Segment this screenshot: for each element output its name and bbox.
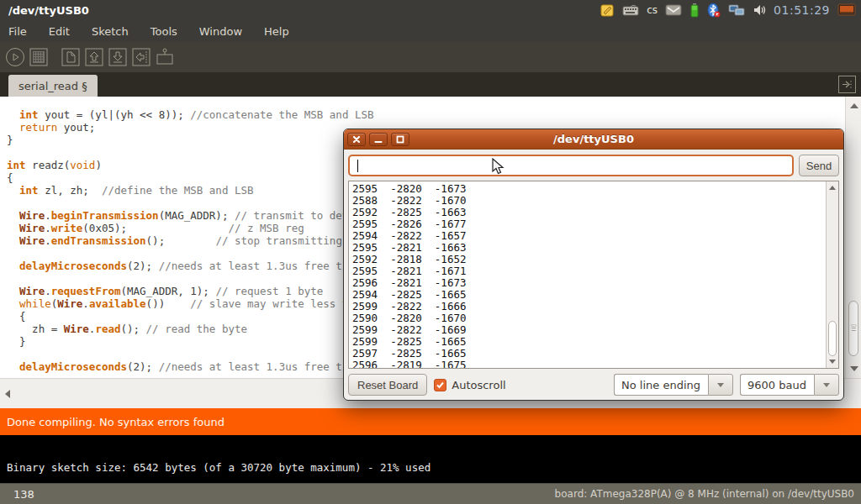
ide-status-bar: 138 board: ATmega328P(A) @ 8 MHz (intern… [0,483,861,504]
serial-monitor-button[interactable] [154,46,176,68]
session-icon[interactable] [837,3,856,17]
menu-edit[interactable]: Edit [49,25,70,38]
keyboard-icon[interactable] [622,4,639,16]
scroll-down-arrow-icon[interactable] [850,366,858,371]
editor-vertical-scrollbar[interactable] [845,97,861,378]
scroll-left-arrow-icon[interactable] [5,390,10,398]
text-caret [357,160,358,172]
mouse-cursor-icon [490,158,505,180]
stop-button[interactable] [28,46,50,68]
serial-input-row: Send [348,154,839,177]
network-icon[interactable] [728,3,745,17]
tab-serial-read[interactable]: serial_read § [8,75,98,97]
send-button[interactable]: Send [799,155,839,176]
line-ending-dropdown-arrow[interactable] [708,374,733,396]
clock[interactable]: 01:51:29 [774,3,830,17]
serial-scroll-up-icon[interactable] [829,186,836,190]
serial-output-scrollbar[interactable] [826,181,838,368]
scroll-up-arrow-icon[interactable] [850,103,858,108]
menu-help[interactable]: Help [264,25,289,38]
autoscroll-checkbox[interactable] [434,379,446,391]
keyboard-layout-indicator[interactable]: cs [647,4,658,16]
upload-button[interactable] [130,46,152,68]
menubar: File Edit Sketch Tools Window Help [0,20,861,42]
serial-input[interactable] [348,155,794,176]
reset-board-button[interactable]: Reset Board [348,374,427,396]
menu-sketch[interactable]: Sketch [92,25,129,38]
baud-dropdown-arrow[interactable] [814,374,839,396]
cursor-line-number: 138 [7,488,34,501]
serial-monitor-window: /dev/ttyUSB0 Send 2595 -2820 -1673 2588 … [343,129,844,401]
open-sketch-button[interactable] [83,46,105,68]
editor-scrollbar-thumb[interactable] [848,301,858,356]
screen: /dev/ttyUSB0 cs 01:51: [0,0,861,504]
serial-monitor-titlebar[interactable]: /dev/ttyUSB0 [344,129,843,150]
verify-button[interactable] [4,46,26,68]
serial-scrollbar-thumb[interactable] [828,321,837,356]
serial-scroll-down-icon[interactable] [829,360,836,364]
menu-tools[interactable]: Tools [151,25,177,38]
tab-menu-button[interactable] [838,76,856,93]
maximize-button[interactable] [391,133,409,146]
menu-window[interactable]: Window [199,25,242,38]
desktop-top-panel: /dev/ttyUSB0 cs 01:51: [0,0,861,20]
toolbar [0,42,861,72]
autoscroll-label: Autoscroll [452,379,505,391]
chevron-down-icon [717,383,724,387]
console-output: Binary sketch size: 6542 bytes (of a 307… [0,435,861,483]
new-sketch-button[interactable] [60,46,82,68]
compile-status-bar: Done compiling. No syntax errors found [0,408,861,435]
battery-icon[interactable] [689,3,700,18]
baud-rate-value[interactable]: 9600 baud [740,374,814,396]
serial-output-area[interactable]: 2595 -2820 -1673 2588 -2822 -1670 2592 -… [348,181,839,369]
serial-monitor-controls: Reset Board Autoscroll No line ending 96… [348,373,839,396]
bluetooth-icon[interactable] [707,3,721,18]
tab-bar: serial_read § [0,72,861,97]
close-button[interactable] [347,133,366,146]
volume-icon[interactable] [753,3,766,17]
mail-icon[interactable] [665,4,682,16]
line-ending-value[interactable]: No line ending [614,374,708,396]
system-tray: cs 01:51:29 [600,3,856,18]
notes-icon[interactable] [600,3,615,18]
minimize-button[interactable] [369,133,388,146]
chevron-down-icon [823,383,830,387]
compile-message: Done compiling. No syntax errors found [7,416,224,428]
active-window-title: /dev/ttyUSB0 [5,4,89,17]
menu-file[interactable]: File [8,25,27,38]
tab-label: serial_read § [18,80,87,92]
serial-monitor-title: /dev/ttyUSB0 [344,133,843,145]
serial-monitor-body: Send 2595 -2820 -1673 2588 -2822 -1670 2… [344,150,843,401]
baud-rate-dropdown[interactable]: 9600 baud [740,374,839,396]
save-sketch-button[interactable] [107,46,129,68]
check-icon [436,381,445,390]
board-info: board: ATmega328P(A) @ 8 MHz (internal) … [555,488,854,500]
line-ending-dropdown[interactable]: No line ending [614,374,733,396]
console-text: Binary sketch size: 6542 bytes (of a 307… [7,461,430,474]
serial-output-text: 2595 -2820 -1673 2588 -2822 -1670 2592 -… [349,181,838,369]
